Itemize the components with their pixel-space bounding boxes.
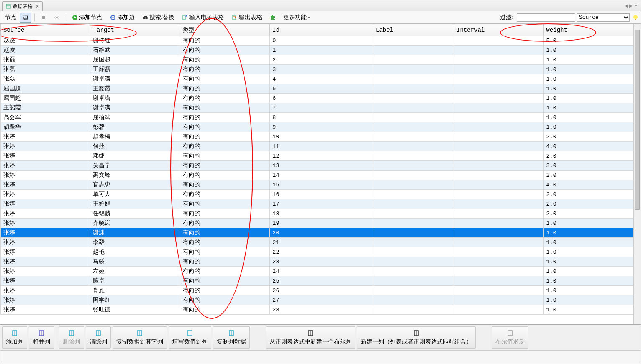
edges-toggle[interactable]: 边 xyxy=(20,13,31,23)
table-cell[interactable]: 14 xyxy=(270,171,373,180)
table-cell[interactable] xyxy=(373,180,454,190)
table-cell[interactable]: 张婷 xyxy=(1,219,90,228)
table-cell[interactable] xyxy=(454,209,544,219)
column-op-button[interactable]: 清除列 xyxy=(86,326,111,349)
table-cell[interactable] xyxy=(373,84,454,94)
table-cell[interactable]: 1.0 xyxy=(544,55,633,65)
table-cell[interactable]: 张婷 xyxy=(1,132,90,142)
table-cell[interactable]: 陈卓 xyxy=(90,276,180,286)
table-cell[interactable] xyxy=(373,228,454,238)
table-cell[interactable]: 李毅 xyxy=(90,238,180,247)
table-cell[interactable] xyxy=(454,161,544,171)
table-row[interactable]: 张婷国学红有向的271.0 xyxy=(1,295,633,305)
column-op-button[interactable]: 添加列 xyxy=(2,326,27,349)
table-cell[interactable]: 有向的 xyxy=(180,190,269,199)
table-cell[interactable]: 王韶霞 xyxy=(90,84,180,94)
table-cell[interactable] xyxy=(454,122,544,132)
column-header[interactable]: Interval xyxy=(454,24,544,36)
column-header[interactable]: Id xyxy=(270,24,373,36)
table-cell[interactable]: 9 xyxy=(270,122,373,132)
table-cell[interactable]: 有向的 xyxy=(180,295,269,305)
vertical-scrollbar[interactable] xyxy=(633,24,641,324)
table-cell[interactable]: 有向的 xyxy=(180,276,269,286)
column-op-button[interactable]: 新建一列（列表或者正则表达式匹配组合） xyxy=(357,326,476,349)
table-row[interactable]: 王韶霞谢卓潇有向的71.0 xyxy=(1,103,633,113)
table-cell[interactable]: 张婷 xyxy=(1,209,90,219)
table-cell[interactable]: 张婷 xyxy=(1,267,90,276)
table-cell[interactable] xyxy=(373,190,454,199)
table-cell[interactable]: 1.0 xyxy=(544,267,633,276)
table-cell[interactable]: 何燕 xyxy=(90,142,180,151)
table-cell[interactable]: 1 xyxy=(270,46,373,55)
table-cell[interactable]: 有向的 xyxy=(180,55,269,65)
table-cell[interactable]: 有向的 xyxy=(180,238,269,247)
table-cell[interactable]: 有向的 xyxy=(180,219,269,228)
table-cell[interactable]: 单可人 xyxy=(90,190,180,199)
table-cell[interactable]: 6 xyxy=(270,94,373,103)
table-cell[interactable]: 屈国超 xyxy=(1,94,90,103)
table-cell[interactable]: 有向的 xyxy=(180,132,269,142)
table-cell[interactable]: 8 xyxy=(270,113,373,122)
scrollbar-thumb[interactable] xyxy=(635,30,640,210)
table-cell[interactable]: 胡翠华 xyxy=(1,122,90,132)
table-cell[interactable]: 13 xyxy=(270,161,373,171)
table-cell[interactable]: 2.0 xyxy=(544,209,633,219)
table-cell[interactable]: 赵凌 xyxy=(1,36,90,46)
table-cell[interactable]: 1.0 xyxy=(544,65,633,74)
search-replace-button[interactable]: 搜索/替换 xyxy=(139,13,177,23)
add-node-button[interactable]: + 添加节点 xyxy=(69,13,105,23)
table-cell[interactable] xyxy=(373,55,454,65)
table-row[interactable]: 张婷官志忠有向的154.0 xyxy=(1,180,633,190)
export-table-button[interactable]: 输出表格 xyxy=(229,13,265,23)
table-cell[interactable] xyxy=(373,238,454,247)
table-cell[interactable] xyxy=(454,247,544,257)
table-row[interactable]: 赵凌谢传红有向的05.0 xyxy=(1,36,633,46)
table-cell[interactable]: 10 xyxy=(270,132,373,142)
table-cell[interactable]: 12 xyxy=(270,151,373,161)
table-cell[interactable]: 有向的 xyxy=(180,267,269,276)
table-row[interactable]: 张婷王婵娟有向的172.0 xyxy=(1,199,633,209)
table-cell[interactable]: 1.0 xyxy=(544,103,633,113)
table-cell[interactable]: 张旺德 xyxy=(90,305,180,315)
table-cell[interactable]: 21 xyxy=(270,238,373,247)
table-cell[interactable] xyxy=(454,190,544,199)
tab-next-icon[interactable]: ▶ xyxy=(629,3,633,8)
table-cell[interactable]: 3 xyxy=(270,65,373,74)
table-cell[interactable]: 张婷 xyxy=(1,247,90,257)
table-cell[interactable]: 张婷 xyxy=(1,286,90,295)
table-cell[interactable]: 有向的 xyxy=(180,36,269,46)
table-cell[interactable]: 左娅 xyxy=(90,267,180,276)
table-cell[interactable]: 张婷 xyxy=(1,171,90,180)
table-cell[interactable]: 23 xyxy=(270,257,373,267)
table-cell[interactable]: 有向的 xyxy=(180,46,269,55)
table-cell[interactable] xyxy=(373,267,454,276)
table-row[interactable]: 张婷吴昌学有向的133.0 xyxy=(1,161,633,171)
table-cell[interactable]: 28 xyxy=(270,305,373,315)
table-cell[interactable]: 有向的 xyxy=(180,84,269,94)
table-cell[interactable]: 1.0 xyxy=(544,257,633,267)
table-cell[interactable]: 有向的 xyxy=(180,113,269,122)
table-cell[interactable] xyxy=(454,238,544,247)
table-cell[interactable] xyxy=(373,103,454,113)
table-cell[interactable]: 张婷 xyxy=(1,190,90,199)
table-cell[interactable] xyxy=(373,171,454,180)
table-cell[interactable]: 7 xyxy=(270,103,373,113)
table-row[interactable]: 张婷任锡麟有向的182.0 xyxy=(1,209,633,219)
table-cell[interactable]: 16 xyxy=(270,190,373,199)
table-cell[interactable]: 张婷 xyxy=(1,180,90,190)
tab-data-table[interactable]: 数据表格 × xyxy=(2,1,43,11)
table-cell[interactable]: 2.0 xyxy=(544,199,633,209)
table-cell[interactable] xyxy=(454,36,544,46)
table-cell[interactable]: 26 xyxy=(270,286,373,295)
table-cell[interactable]: 2 xyxy=(270,55,373,65)
table-cell[interactable]: 有向的 xyxy=(180,171,269,180)
table-cell[interactable]: 5 xyxy=(270,84,373,94)
more-functions-button[interactable]: 更多功能 ▾ xyxy=(280,13,313,23)
table-cell[interactable] xyxy=(454,46,544,55)
table-cell[interactable] xyxy=(454,94,544,103)
table-cell[interactable] xyxy=(454,132,544,142)
table-row[interactable]: 张磊屈国超有向的21.0 xyxy=(1,55,633,65)
table-cell[interactable]: 1.0 xyxy=(544,84,633,94)
table-cell[interactable] xyxy=(454,286,544,295)
table-cell[interactable]: 张婷 xyxy=(1,276,90,286)
